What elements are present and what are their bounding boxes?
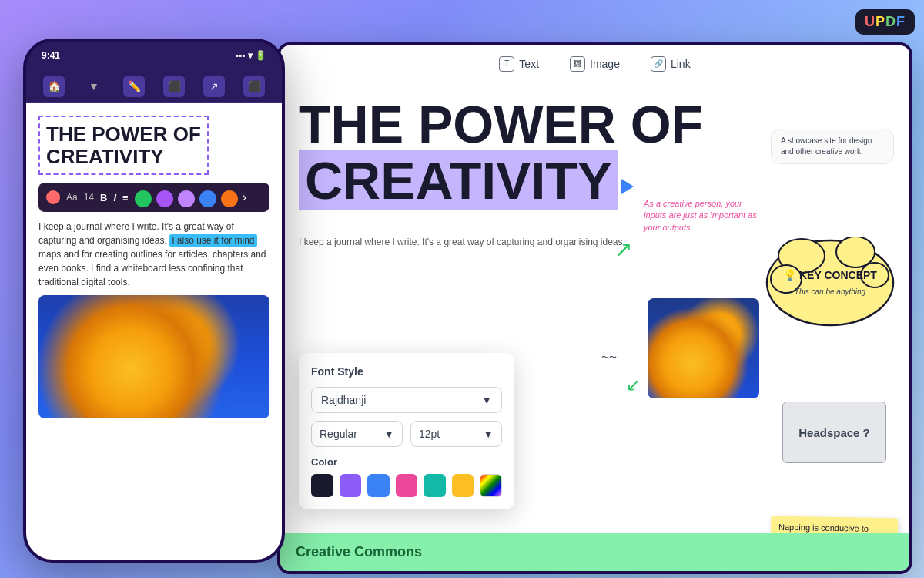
desktop-mockup: T Text 🖼 Image 🔗 Link THE POWER OF CREAT… <box>277 42 912 574</box>
swatch-pink[interactable] <box>396 474 418 497</box>
phone-main-title: THE POWER OF CREATIVITY <box>38 116 209 175</box>
swatch-blue[interactable] <box>367 474 390 497</box>
color-green[interactable] <box>135 190 152 207</box>
phone-time: 9:41 <box>42 50 60 61</box>
dropdown-arrow: ▼ <box>481 394 492 406</box>
creative-commons-label: Creative Commons <box>296 544 422 560</box>
phone-signals: ▪▪▪ ▾ 🔋 <box>236 50 266 61</box>
font-style-row: Regular ▼ 12pt ▼ <box>311 421 502 447</box>
font-weight-dropdown[interactable]: Regular ▼ <box>311 421 403 447</box>
size-arrow: ▼ <box>483 428 494 440</box>
color-light-purple[interactable] <box>178 190 195 207</box>
svg-text:💡 KEY CONCEPT: 💡 KEY CONCEPT <box>783 269 877 282</box>
color-purple[interactable] <box>156 190 173 207</box>
wave-deco: 〜〜 <box>601 352 617 363</box>
font-name-dropdown[interactable]: Rajdhanji ▼ <box>311 387 502 413</box>
font-style-popup: Font Style Rajdhanji ▼ Regular ▼ 12pt ▼ … <box>299 353 514 509</box>
color-picker[interactable] <box>480 474 502 497</box>
toolbar-image-item[interactable]: 🖼 Image <box>570 56 620 72</box>
headspace-box: Headspace ? <box>782 402 886 463</box>
toolbar-pen-icon[interactable]: ✏️ <box>123 76 145 97</box>
phone-content: THE POWER OF CREATIVITY Aa 14 B I ≡ › I … <box>26 103 282 560</box>
phone-mockup: 9:41 ▪▪▪ ▾ 🔋 🏠 ▼ ✏️ ⬛ ↗ ⬛ THE POWER OF C… <box>23 39 285 563</box>
key-concept-area: 💡 KEY CONCEPT This can be anything <box>763 237 898 329</box>
swatch-purple[interactable] <box>340 474 362 497</box>
showcase-speech-bubble: A showcase site for design and other cre… <box>771 129 894 164</box>
image-icon: 🖼 <box>570 56 585 72</box>
headspace-label: Headspace ? <box>798 426 870 439</box>
toolbar-dropdown-icon[interactable]: ▼ <box>83 76 105 97</box>
creative-commons-bar: Creative Commons <box>280 533 909 571</box>
sunflower-bg <box>38 295 270 418</box>
phone-format-bar: Aa 14 B I ≡ › <box>38 183 270 212</box>
toolbar-text-item[interactable]: T Text <box>499 56 539 72</box>
svg-text:This can be anything: This can be anything <box>795 287 866 296</box>
logo-p: P <box>875 14 886 29</box>
toolbar-image-label: Image <box>590 58 620 70</box>
text-icon: T <box>499 56 514 72</box>
key-concept-cloud-svg: 💡 KEY CONCEPT This can be anything <box>763 237 898 329</box>
logo-u: U <box>865 14 875 29</box>
format-color-dot <box>46 190 60 204</box>
toolbar-text-label: Text <box>519 58 539 70</box>
arrow-decoration: ↗ <box>614 237 632 262</box>
format-bold[interactable]: B <box>100 192 107 203</box>
toolbar-share-icon[interactable]: ↗ <box>203 76 225 97</box>
svg-point-2 <box>836 237 875 267</box>
desktop-sunflower-image <box>648 298 759 398</box>
phone-body-text: I keep a journal where I write. It's a g… <box>38 220 270 289</box>
toolbar-link-label: Link <box>671 58 691 70</box>
format-aa: Aa <box>66 192 78 203</box>
font-style-title: Font Style <box>311 365 502 378</box>
swatch-yellow[interactable] <box>452 474 474 497</box>
color-section-title: Color <box>311 456 502 468</box>
color-swatches <box>311 474 502 497</box>
format-size: 14 <box>84 192 94 203</box>
toolbar-link-item[interactable]: 🔗 Link <box>651 56 691 72</box>
desktop-content-area: THE POWER OF CREATIVITY I keep a journal… <box>280 82 909 571</box>
phone-status-bar: 9:41 ▪▪▪ ▾ 🔋 <box>26 42 282 69</box>
logo-d: D <box>886 14 896 29</box>
font-size-dropdown[interactable]: 12pt ▼ <box>410 421 502 447</box>
desktop-title-highlight: CREATIVITY <box>299 150 618 210</box>
toolbar-copy-icon[interactable]: ⬛ <box>163 76 185 97</box>
color-more-icon[interactable]: › <box>243 190 246 207</box>
phone-highlight: I also use it for mind <box>169 234 256 247</box>
arrow-down-deco: ↙ <box>626 375 640 395</box>
cursor-icon <box>621 179 634 194</box>
updf-logo: UPDF <box>855 9 915 35</box>
toolbar-home-icon[interactable]: 🏠 <box>43 76 65 97</box>
phone-toolbar: 🏠 ▼ ✏️ ⬛ ↗ ⬛ <box>26 69 282 103</box>
swatch-black[interactable] <box>311 474 333 497</box>
format-list[interactable]: ≡ <box>122 192 129 203</box>
format-italic[interactable]: I <box>113 192 116 203</box>
color-orange[interactable] <box>221 190 238 207</box>
toolbar-more-icon[interactable]: ⬛ <box>243 76 265 97</box>
color-row: › <box>135 190 246 207</box>
color-blue[interactable] <box>199 190 216 207</box>
link-icon: 🔗 <box>651 56 666 72</box>
swatch-teal[interactable] <box>424 474 446 497</box>
sunflower-visual <box>648 298 759 398</box>
phone-sunflower-image <box>38 295 270 418</box>
creative-italic-text: As a creative person, your inputs are ju… <box>644 198 759 234</box>
desktop-toolbar: T Text 🖼 Image 🔗 Link <box>280 45 909 82</box>
weight-arrow: ▼ <box>383 428 394 440</box>
logo-f: F <box>896 14 906 29</box>
